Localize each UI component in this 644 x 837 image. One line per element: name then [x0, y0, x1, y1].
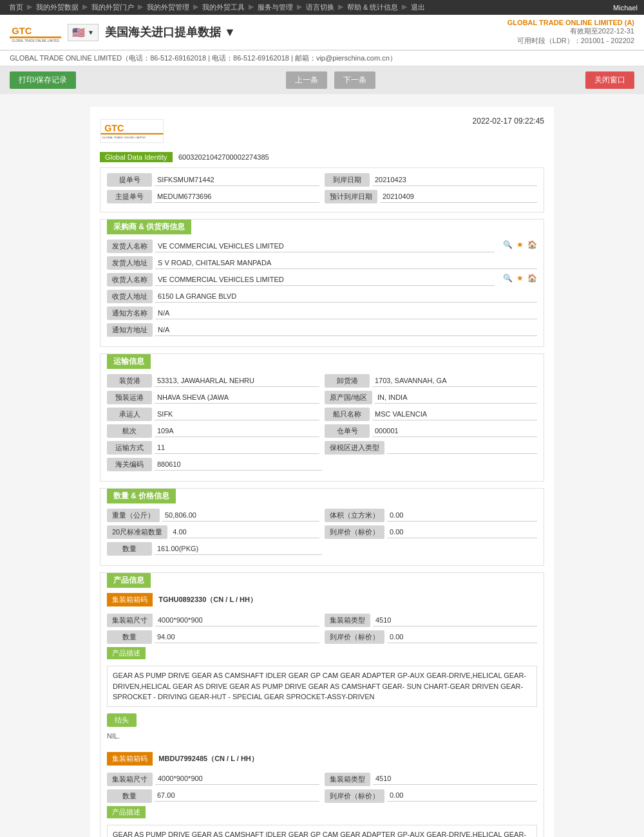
- nav-export-data[interactable]: 我的外贸数据: [36, 3, 79, 12]
- period-info: 有效期至2022-12-31: [507, 26, 634, 36]
- search-icon[interactable]: 🔍: [502, 240, 513, 250]
- quantity-section-title: 数量 & 价格信息: [107, 489, 176, 503]
- prev-button[interactable]: 上一条: [286, 71, 327, 89]
- header: GTC GLOBAL TRADE ONLINE LIMITED 🇺🇸 ▼ 美国海…: [0, 15, 644, 51]
- container-0-qty-value: 94.00: [155, 632, 319, 643]
- carrier-row: 承运人 SIFK 船只名称 MSC VALENCIA: [107, 408, 537, 421]
- logo-area: GTC GLOBAL TRADE ONLINE LIMITED 🇺🇸 ▼ 美国海…: [10, 20, 236, 44]
- transport-mode-value: 11: [155, 442, 319, 454]
- home-icon[interactable]: 🏠: [527, 240, 537, 250]
- star-icon[interactable]: ★: [515, 240, 525, 250]
- svg-text:GTC: GTC: [104, 123, 124, 133]
- nav-links[interactable]: 首页 ▶ 我的外贸数据 ▶ 我的外贸门户 ▶ 我的外贸管理 ▶ 我的外贸工具 ▶…: [6, 3, 428, 12]
- origin-country-label: 原产国/地区: [325, 391, 372, 404]
- nav-home[interactable]: 首页: [9, 3, 23, 12]
- hscode-row: 海关编码 880610: [107, 458, 537, 471]
- teu-field: 20尺标准箱数量 4.00: [107, 525, 319, 539]
- container-item-1: 集装箱箱码 MBDU7992485（CN / L / HH） 集装箱尺寸 400…: [107, 752, 537, 838]
- transport-section: 运输信息 装货港 53313, JAWAHARLAL NEHRU 卸货港 170…: [100, 353, 544, 482]
- quantity-row: 数量 161.00(PKG): [107, 542, 537, 556]
- weight-field: 重量（公斤） 50,806.00: [107, 509, 319, 522]
- weight-row: 重量（公斤） 50,806.00 体积（立方米） 0.00: [107, 509, 537, 522]
- load-port-field: 装货港 53313, JAWAHARLAL NEHRU: [107, 374, 319, 388]
- container-1-qty-row: 数量 67.00 到岸价（标价） 0.00: [107, 789, 537, 803]
- shipper-addr-label: 发货人地址: [107, 256, 153, 270]
- notify-name-label: 通知方名称: [107, 306, 153, 320]
- carrier-value: SIFK: [155, 409, 319, 420]
- shipper-addr-value: S V ROAD, CHITALSAR MANPADA: [155, 258, 537, 269]
- top-toolbar: 打印/保存记录 上一条 下一条 关闭窗口: [0, 66, 644, 94]
- container-0-nil: NIL.: [107, 729, 537, 742]
- teu-value: 4.00: [170, 527, 319, 538]
- container-1-desc-section: 产品描述 GEAR AS PUMP DRIVE GEAR AS CAMSHAFT…: [107, 806, 537, 838]
- container-1-qty-value: 67.00: [155, 790, 319, 802]
- customs-type-label: 保税区进入类型: [325, 441, 384, 455]
- transport-mode-label: 运输方式: [107, 441, 152, 455]
- nav-help[interactable]: 帮助 & 统计信息: [347, 3, 398, 12]
- supplier-section-title: 采购商 & 供货商信息: [107, 220, 191, 234]
- manifest-date-value: 20210423: [372, 174, 537, 186]
- container-0-desc-section: 产品描述 GEAR AS PUMP DRIVE GEAR AS CAMSHAFT…: [107, 647, 537, 707]
- precarriage-field: 预装运港 NHAVA SHEVA (JAWA: [107, 391, 319, 404]
- voyage-row: 航次 109A 仓单号 000001: [107, 424, 537, 438]
- container-1-desc-label: 产品描述: [107, 806, 146, 818]
- header-right: GLOBAL TRADE ONLINE LIMITED (A) 有效期至2022…: [507, 19, 634, 46]
- nav-client-portal[interactable]: 我的外贸门户: [91, 3, 134, 12]
- print-button[interactable]: 打印/保存记录: [10, 71, 76, 89]
- shipper-name-value: VE COMMERCIAL VEHICLES LIMITED: [155, 241, 495, 252]
- container-0-desc-label: 产品描述: [107, 647, 146, 659]
- consignee-addr-value: 6150 LA GRANGE BLVD: [155, 291, 537, 303]
- container-item-0: 集装箱箱码 TGHU0892330（CN / L / HH） 集装箱尺寸 400…: [107, 593, 537, 742]
- volume-label: 体积（立方米）: [325, 509, 384, 522]
- master-bill-row: 主提单号 MEDUM6773696 预计到岸日期 20210409: [107, 190, 537, 203]
- container-1-price-value: 0.00: [387, 790, 537, 802]
- container-1-price-label: 到岸价（标价）: [325, 789, 384, 803]
- top-navigation: 首页 ▶ 我的外贸数据 ▶ 我的外贸门户 ▶ 我的外贸管理 ▶ 我的外贸工具 ▶…: [0, 0, 644, 15]
- nav-language[interactable]: 语言切换: [306, 3, 334, 12]
- voyage-label: 航次: [107, 424, 152, 438]
- container-0-size-row: 集装箱尺寸 4000*900*900 集装箱类型 4510: [107, 614, 537, 627]
- carrier-field: 承运人 SIFK: [107, 408, 319, 421]
- bill-no-label: 提单号: [107, 173, 152, 187]
- transport-section-title: 运输信息: [107, 354, 151, 369]
- quantity-section: 数量 & 价格信息 重量（公斤） 50,806.00 体积（立方米） 0.00 …: [100, 488, 544, 566]
- gid-value: 60032021042700002274385: [178, 153, 269, 161]
- container-0-size-value: 4000*900*900: [155, 615, 319, 626]
- weight-label: 重量（公斤）: [107, 509, 160, 522]
- estimated-date-label: 预计到岸日期: [325, 190, 377, 203]
- transport-mode-row: 运输方式 11 保税区进入类型: [107, 441, 537, 455]
- container-0-price-field: 到岸价（标价） 0.00: [325, 630, 537, 644]
- volume-field: 体积（立方米） 0.00: [325, 509, 537, 522]
- close-button[interactable]: 关闭窗口: [585, 71, 634, 89]
- origin-country-field: 原产国/地区 IN, INDIA: [325, 391, 537, 404]
- svg-rect-7: [100, 133, 163, 135]
- container-no-value: 000001: [372, 426, 537, 437]
- consignee-star-icon[interactable]: ★: [515, 273, 525, 283]
- svg-rect-2: [10, 37, 61, 39]
- bill-no-value: SIFKSMUM71442: [155, 174, 319, 186]
- bill-no-field: 提单号 SIFKSMUM71442: [107, 173, 319, 187]
- load-port-label: 装货港: [107, 374, 152, 388]
- nav-tools[interactable]: 我的外贸工具: [202, 3, 245, 12]
- shipper-name-field: 发货人名称 VE COMMERCIAL VEHICLES LIMITED: [107, 240, 495, 253]
- nav-logout[interactable]: 退出: [411, 3, 425, 12]
- consignee-home-icon[interactable]: 🏠: [527, 273, 537, 283]
- nav-service[interactable]: 服务与管理: [258, 3, 293, 12]
- product-section: 产品信息 集装箱箱码 TGHU0892330（CN / L / HH） 集装箱尺…: [100, 572, 544, 837]
- language-selector[interactable]: 🇺🇸 ▼: [68, 24, 99, 41]
- shipper-icons: 🔍 ★ 🏠: [502, 240, 537, 250]
- vip-account: GLOBAL TRADE ONLINE LIMITED (A): [507, 19, 634, 26]
- container-1-type-label: 集装箱类型: [325, 773, 370, 786]
- container-0-tag-button[interactable]: 结头: [107, 713, 137, 727]
- container-0-qty-row: 数量 94.00 到岸价（标价） 0.00: [107, 630, 537, 644]
- precarriage-label: 预装运港: [107, 391, 152, 404]
- container-1-qty-field: 数量 67.00: [107, 789, 319, 803]
- container-no-header-0: 集装箱箱码: [107, 593, 153, 607]
- load-port-value: 53313, JAWAHARLAL NEHRU: [155, 375, 319, 387]
- nav-supplier-mgmt[interactable]: 我的外贸管理: [147, 3, 189, 12]
- next-button[interactable]: 下一条: [334, 71, 375, 89]
- consignee-search-icon[interactable]: 🔍: [502, 273, 513, 283]
- precarriage-value: NHAVA SHEVA (JAWA: [155, 392, 319, 404]
- manifest-date-label: 到岸日期: [325, 173, 370, 187]
- container-no-field: 仓单号 000001: [325, 424, 537, 438]
